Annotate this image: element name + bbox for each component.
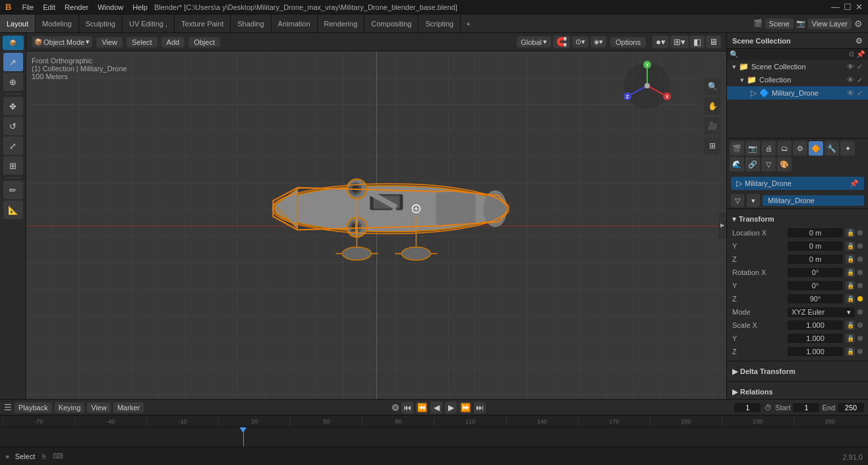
scale-x-value[interactable]: 1.000 <box>788 321 843 330</box>
play-button[interactable]: ▶ <box>445 402 457 414</box>
location-z-lock[interactable]: 🔒 <box>846 255 855 264</box>
particles-props-icon[interactable]: ✦ <box>840 141 855 156</box>
location-z-keyframe-dot[interactable] <box>857 257 863 262</box>
rotation-x-value[interactable]: 0° <box>788 268 843 277</box>
rotation-x-keyframe-dot[interactable] <box>857 270 863 275</box>
scene-collection-item[interactable]: ▾ 📁 Scene Collection 👁 ✓ <box>727 60 868 73</box>
tab-animation[interactable]: Animation <box>272 15 318 32</box>
next-keyframe-button[interactable]: ⏩ <box>459 402 471 414</box>
current-frame-input[interactable]: 1 <box>734 403 761 412</box>
prev-keyframe-button[interactable]: ⏪ <box>416 402 428 414</box>
scale-y-value[interactable]: 1.000 <box>788 334 843 343</box>
data-block-name[interactable]: Military_Drone <box>763 195 864 206</box>
tab-rendering[interactable]: Rendering <box>318 15 365 32</box>
outliner-settings-icon[interactable]: ⚙ <box>848 50 855 59</box>
add-menu-button[interactable]: Add <box>161 37 185 47</box>
outliner-pin-icon[interactable]: 📌 <box>856 50 865 59</box>
scale-x-keyframe-dot[interactable] <box>857 323 863 328</box>
add-workspace-button[interactable]: + <box>461 17 475 30</box>
viewport-canvas[interactable]: Front Orthographic (1) Collection | Mili… <box>26 51 726 399</box>
move-tool-button[interactable]: ✥ <box>3 97 23 115</box>
rotation-x-lock[interactable]: 🔒 <box>846 268 855 277</box>
view-layer-props-icon[interactable]: 🗂 <box>777 141 792 156</box>
object-check-icon[interactable]: ✓ <box>857 89 863 98</box>
minimize-button[interactable]: — <box>831 2 840 12</box>
location-x-value[interactable]: 0 m <box>788 228 843 237</box>
filter-icon[interactable]: ⚙ <box>854 18 863 29</box>
location-x-keyframe-dot[interactable] <box>857 230 863 235</box>
pin-icon[interactable]: 📌 <box>850 179 859 188</box>
timeline-track[interactable] <box>0 427 868 449</box>
location-y-lock[interactable]: 🔒 <box>846 241 855 251</box>
scale-y-keyframe-dot[interactable] <box>857 336 863 341</box>
play-reverse-button[interactable]: ◀ <box>430 402 442 414</box>
maximize-button[interactable]: ☐ <box>844 2 852 12</box>
select-tool-button[interactable]: ↗ <box>3 53 23 71</box>
transform-section-header[interactable]: ▾ Transform <box>727 212 868 226</box>
rotation-z-lock[interactable]: 🔒 <box>846 294 855 303</box>
scale-z-lock[interactable]: 🔒 <box>846 347 855 356</box>
view-menu-tl-button[interactable]: View <box>87 402 111 413</box>
timeline-ruler[interactable]: -70 -40 -10 20 50 80 110 140 170 200 230… <box>0 416 868 426</box>
tab-sculpting[interactable]: Sculpting <box>79 15 123 32</box>
menu-render[interactable]: Render <box>62 3 91 11</box>
playback-menu-button[interactable]: Playback <box>14 402 52 413</box>
object-name-display[interactable]: ▷ Military_Drone 📌 <box>731 177 864 190</box>
rotation-y-lock[interactable]: 🔒 <box>846 281 855 290</box>
tab-layout[interactable]: Layout <box>0 15 36 32</box>
timeline-menu-icon[interactable]: ☰ <box>4 402 12 412</box>
physics-props-icon[interactable]: 🌊 <box>730 157 744 171</box>
annotate-tool-button[interactable]: ✏ <box>3 181 23 199</box>
proportional-edit-button[interactable]: ⊙▾ <box>572 36 589 47</box>
tab-shading[interactable]: Shading <box>231 15 271 32</box>
scene-settings-icon[interactable]: ⚙ <box>793 141 807 156</box>
relations-header[interactable]: ▶ Relations <box>727 385 868 399</box>
location-y-value[interactable]: 0 m <box>788 241 843 251</box>
zoom-icon[interactable]: 🔍 <box>704 78 721 95</box>
menu-edit[interactable]: Edit <box>40 3 58 11</box>
output-props-icon[interactable]: 🖨 <box>761 141 776 156</box>
scale-z-value[interactable]: 1.000 <box>788 347 843 356</box>
jump-end-button[interactable]: ⏭ <box>474 402 486 414</box>
outliner-search-bar[interactable]: 🔍 ⚙ 📌 <box>727 49 868 60</box>
scene-collection-check-icon[interactable]: ✓ <box>857 63 863 71</box>
scene-collection-visibility-icon[interactable]: 👁 <box>847 63 854 71</box>
rotation-y-keyframe-dot[interactable] <box>857 283 863 288</box>
tab-compositing[interactable]: Compositing <box>364 15 419 32</box>
tab-texture-paint[interactable]: Texture Paint <box>175 15 231 32</box>
timeline-body[interactable]: -70 -40 -10 20 50 80 110 140 170 200 230… <box>0 416 868 450</box>
outliner-search-input[interactable] <box>740 51 847 59</box>
military-drone-outliner-item[interactable]: ▷ 🔷 Military_Drone 👁 ✓ <box>727 86 868 100</box>
scene-props-icon[interactable]: 🎬 <box>730 141 744 156</box>
viewport-mode-header[interactable]: 📦 <box>3 36 24 50</box>
collection-item[interactable]: ▾ 📁 Collection 👁 ✓ <box>727 73 868 86</box>
data-props-icon[interactable]: ▽ <box>761 157 776 171</box>
constraints-props-icon[interactable]: 🔗 <box>745 157 760 171</box>
jump-start-button[interactable]: ⏮ <box>401 402 413 414</box>
view-menu-button[interactable]: View <box>96 37 123 47</box>
marker-menu-button[interactable]: Marker <box>113 402 144 413</box>
filter-outliner-icon[interactable]: ⚙ <box>855 36 863 46</box>
end-frame-input[interactable]: 250 <box>838 403 864 412</box>
menu-help[interactable]: Help <box>130 3 150 11</box>
renderlayer-props-icon[interactable]: 📷 <box>745 141 760 156</box>
scale-z-keyframe-dot[interactable] <box>857 349 863 354</box>
close-button[interactable]: ✕ <box>855 2 863 12</box>
transform-tool-button[interactable]: ⊞ <box>3 156 23 175</box>
viewport-gizmo[interactable]: Y X Z <box>621 59 674 112</box>
rotation-z-keyframe-dot[interactable] <box>857 296 863 301</box>
cursor-tool-button[interactable]: ⊕ <box>3 73 23 91</box>
rotation-mode-dropdown[interactable]: XYZ Euler ▾ <box>788 307 855 317</box>
location-z-value[interactable]: 0 m <box>788 255 843 264</box>
transform-orientation-dropdown[interactable]: Global ▾ <box>517 36 551 47</box>
camera-icon[interactable]: 🎥 <box>704 117 721 135</box>
transform-pivot-button[interactable]: ◈▾ <box>591 36 606 47</box>
rotation-z-value[interactable]: 90° <box>788 294 843 303</box>
viewlayer-selector[interactable]: View Layer <box>808 18 852 29</box>
object-mode-dropdown[interactable]: 📦 Object Mode ▾ <box>32 36 92 47</box>
scale-x-lock[interactable]: 🔒 <box>846 321 855 330</box>
material-props-icon[interactable]: 🎨 <box>777 157 792 171</box>
menu-window[interactable]: Window <box>95 3 126 11</box>
tab-modeling[interactable]: Modeling <box>36 15 79 32</box>
options-button[interactable]: Options <box>610 37 646 47</box>
